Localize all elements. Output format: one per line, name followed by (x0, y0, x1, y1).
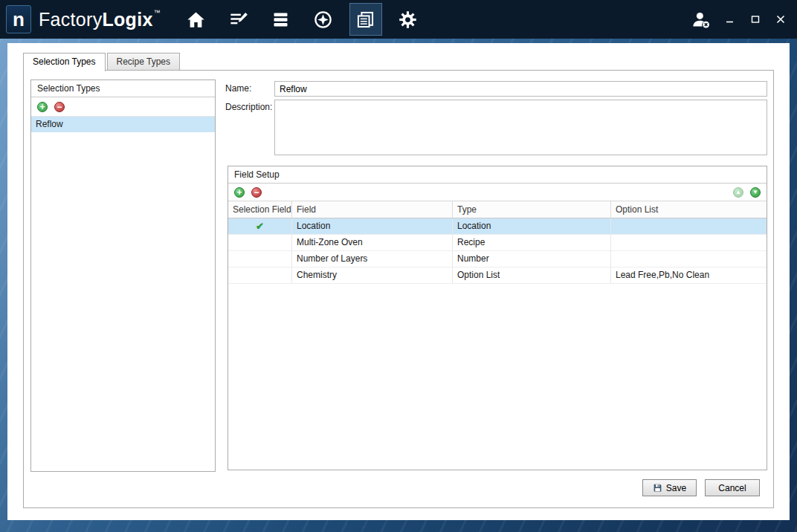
home-icon (186, 10, 206, 30)
name-input[interactable] (274, 81, 767, 97)
cancel-button[interactable]: Cancel (705, 479, 760, 496)
brand-wordmark: FactoryLogix™ (39, 9, 161, 30)
tab-recipe-types[interactable]: Recipe Types (107, 53, 181, 70)
table-row[interactable]: Multi-Zone Oven Recipe (228, 235, 767, 251)
worksheet-pencil-icon (228, 10, 248, 30)
column-header-option-list: Option List (611, 201, 767, 218)
app-logo: n (6, 5, 31, 33)
table-row[interactable]: Chemistry Option List Lead Free,Pb,No Cl… (228, 267, 767, 284)
user-logout-icon (691, 10, 711, 30)
nav-materials-button[interactable] (265, 3, 297, 36)
plus-icon: + (39, 103, 45, 111)
move-field-down-button[interactable]: ▼ (750, 187, 761, 198)
nav-settings-button[interactable] (392, 3, 425, 36)
compass-icon (313, 10, 333, 30)
selection-types-list: Reflow (31, 117, 215, 132)
remove-field-button[interactable]: − (251, 187, 262, 198)
titlebar: n FactoryLogix™ (0, 0, 797, 39)
add-selection-type-button[interactable]: + (37, 102, 48, 112)
minus-icon: − (254, 188, 259, 197)
minimize-icon (726, 15, 735, 24)
trademark-symbol: ™ (154, 9, 161, 16)
user-logout-button[interactable] (690, 9, 711, 30)
save-button-label: Save (666, 483, 686, 493)
save-icon (653, 483, 662, 493)
field-setup-title: Field Setup (228, 166, 767, 184)
selection-types-panel-header: Selection Types (31, 80, 215, 97)
arrow-down-icon: ▼ (752, 188, 758, 197)
stack-icon (271, 10, 291, 30)
column-header-selection-field: Selection Field (228, 201, 292, 218)
brand-factory: Factory (39, 9, 102, 30)
cancel-button-label: Cancel (718, 483, 746, 493)
cell-type: Location (453, 218, 611, 234)
field-setup-toolbar: + − ▲ ▼ (228, 184, 767, 201)
check-icon: ✔ (256, 221, 264, 232)
selection-types-panel: Selection Types + − Reflow (30, 80, 216, 472)
nav-configuration-documents-button[interactable] (349, 3, 382, 36)
documents-icon (355, 10, 375, 30)
tab-recipe-types-label: Recipe Types (117, 56, 171, 67)
minus-icon: − (57, 103, 62, 111)
brand-logix: Logix (102, 9, 152, 30)
selection-types-tab-page: Selection Types + − Reflow Name: (23, 70, 774, 508)
field-table-header: Selection Field Field Type Option List (228, 201, 767, 218)
table-row[interactable]: ✔ Location Location (228, 218, 767, 235)
move-field-up-button[interactable]: ▲ (733, 187, 743, 198)
list-item-label: Reflow (36, 119, 63, 129)
cell-field: Number of Layers (292, 251, 453, 267)
list-item-reflow[interactable]: Reflow (31, 117, 215, 132)
cell-type: Number (453, 251, 611, 267)
main-content: Selection Types Recipe Types Selection T… (7, 43, 790, 520)
close-icon (776, 15, 785, 24)
maximize-button[interactable] (749, 13, 761, 25)
nav-home-button[interactable] (180, 3, 213, 36)
nav-engineering-button[interactable] (222, 3, 255, 36)
description-label: Description: (225, 102, 272, 112)
cell-field: Chemistry (292, 267, 453, 283)
application-window: n FactoryLogix™ (0, 0, 797, 532)
main-navigation (180, 0, 425, 39)
cell-type: Recipe (453, 235, 611, 250)
cell-field: Location (292, 218, 453, 234)
cell-type: Option List (453, 267, 611, 283)
nav-production-button[interactable] (307, 3, 340, 36)
save-button[interactable]: Save (642, 479, 697, 496)
cell-option-list (611, 235, 767, 250)
app-logo-letter: n (13, 8, 25, 31)
plus-icon: + (236, 188, 242, 197)
name-label: Name: (225, 83, 251, 94)
gear-icon (398, 10, 418, 30)
table-row[interactable]: Number of Layers Number (228, 251, 767, 267)
description-input[interactable] (274, 100, 767, 155)
titlebar-right-controls (690, 9, 787, 30)
tab-selection-types[interactable]: Selection Types (23, 53, 106, 71)
cell-field: Multi-Zone Oven (292, 235, 453, 250)
column-header-field: Field (292, 201, 453, 218)
cell-option-list: Lead Free,Pb,No Clean (611, 267, 767, 283)
close-button[interactable] (775, 13, 787, 25)
cell-option-list (611, 251, 767, 267)
remove-selection-type-button[interactable]: − (54, 102, 65, 112)
tab-selection-types-label: Selection Types (33, 56, 96, 67)
tab-strip: Selection Types Recipe Types (23, 53, 181, 71)
minimize-button[interactable] (724, 13, 736, 25)
field-setup-group: Field Setup + − ▲ ▼ (228, 166, 767, 470)
arrow-up-icon: ▲ (735, 188, 741, 197)
cell-option-list (611, 218, 767, 234)
selection-types-toolbar: + − (31, 97, 215, 117)
add-field-button[interactable]: + (234, 187, 245, 198)
column-header-type: Type (453, 201, 611, 218)
maximize-icon (751, 15, 760, 24)
